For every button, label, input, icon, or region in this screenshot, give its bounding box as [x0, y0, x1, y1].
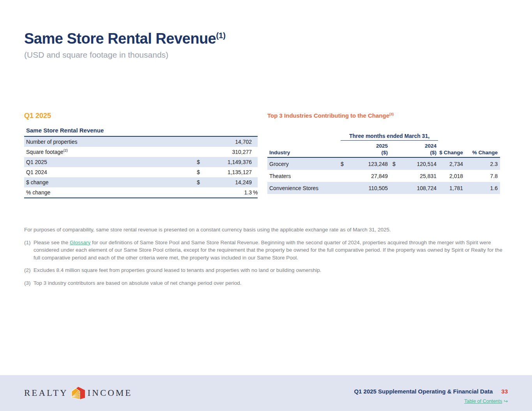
row-label-text: Square footage [26, 149, 64, 155]
row-value-group: 310,277 [197, 149, 252, 155]
table-row: Number of properties 14,702 [24, 137, 258, 147]
col-header-industry: Industry [269, 149, 341, 156]
period-span-header-row: Three months ended March 31, [267, 133, 500, 141]
value-2025: 123,248 [368, 161, 388, 167]
row-value: 1,135,127 [228, 169, 252, 175]
row-value: 1,149,376 [228, 159, 252, 165]
document-title-line: Q1 2025 Supplemental Operating & Financi… [354, 388, 508, 395]
industry-name: Grocery [269, 161, 341, 167]
footnote-text: Excludes 8.4 million square feet from pr… [34, 266, 509, 274]
footer-right-block: Q1 2025 Supplemental Operating & Financi… [354, 388, 508, 404]
col-header-2025-unit: ($) [341, 149, 388, 156]
toc-arrow-icon: ↪ [504, 399, 508, 404]
row-value-group: 1.3 [197, 189, 252, 196]
industries-heading-text: Top 3 Industries Contributing to the Cha… [267, 112, 389, 119]
footnotes-section: For purposes of comparability, same stor… [24, 226, 509, 287]
percent-change-value: 2.3 [463, 161, 498, 167]
industries-heading-footnote-ref: (3) [389, 112, 394, 116]
table-row: Theaters 27,849 25,831 2,018 7.8 [267, 170, 500, 182]
page-title-text: Same Store Rental Revenue [24, 30, 216, 47]
logo-house-icon [71, 386, 85, 400]
logo-word-income: INCOME [88, 388, 133, 398]
currency-symbol: $ [197, 159, 200, 165]
table-row: Convenience Stores 110,505 108,724 1,781… [267, 182, 500, 194]
document-title: Q1 2025 Supplemental Operating & Financi… [354, 388, 493, 395]
col-header-dollar-change: $ Change [437, 149, 463, 156]
dollar-change-value: 2,018 [437, 173, 463, 179]
page-title-footnote-ref: (1) [216, 31, 225, 40]
footnote-3: (3) Top 3 industry contributors are base… [24, 279, 509, 287]
row-value: 14,249 [235, 179, 252, 185]
row-label: % change [26, 189, 197, 196]
industries-table-header: Three months ended March 31, Industry 20… [267, 133, 500, 158]
realty-income-logo: REALTY INCOME [24, 386, 132, 400]
table-row: % change 1.3 % [24, 187, 258, 198]
value-2024-cell: $120,514 [388, 161, 437, 167]
dollar-change-value: 1,781 [437, 185, 463, 191]
footnote-text-post: for our definitions of Same Store Pool a… [34, 240, 502, 261]
value-2025: 110,505 [368, 185, 388, 191]
column-header-row: Industry 2025 ($) 2024 ($) $ Change % Ch… [267, 141, 500, 157]
footnote-2: (2) Excludes 8.4 million square feet fro… [24, 266, 509, 274]
currency-symbol: $ [392, 161, 396, 167]
value-2025: 27,849 [371, 173, 388, 179]
industry-name: Convenience Stores [269, 185, 341, 191]
page-title: Same Store Rental Revenue(1) [24, 30, 225, 48]
row-value: 14,702 [235, 139, 252, 145]
industries-table-body: Grocery $123,248 $120,514 2,734 2.3 Thea… [267, 158, 500, 194]
table-row: $ change $14,249 [24, 177, 258, 187]
table-row: Square footage(2) 310,277 [24, 147, 258, 157]
page-footer: REALTY INCOME Q1 2025 Supplemental Opera… [0, 375, 532, 411]
row-footnote-ref: (2) [64, 148, 68, 152]
value-2024-cell: 108,724 [388, 185, 437, 191]
row-label: Square footage(2) [26, 149, 197, 155]
comparability-note: For purposes of comparability, same stor… [24, 226, 509, 234]
industry-name: Theaters [269, 173, 341, 179]
row-label: Q1 2024 [26, 169, 197, 175]
summary-table-title: Same Store Rental Revenue [24, 127, 258, 137]
row-value-group: 14,702 [197, 139, 252, 145]
quarter-heading: Q1 2025 [24, 112, 258, 120]
dollar-change-value: 2,734 [437, 161, 463, 167]
top-industries-panel: Top 3 Industries Contributing to the Cha… [267, 112, 500, 194]
row-label: Q1 2025 [26, 159, 197, 165]
table-row: Q1 2024 $1,135,127 [24, 167, 258, 177]
row-value-group: $1,149,376 [197, 159, 252, 165]
table-row: Grocery $123,248 $120,514 2,734 2.3 [267, 158, 500, 170]
footnote-text-pre: Please see the [34, 240, 70, 245]
value-2024: 25,831 [420, 173, 437, 179]
value-2024-cell: 25,831 [388, 173, 437, 179]
footnote-marker: (2) [24, 266, 34, 274]
row-label: Number of properties [26, 139, 197, 145]
col-header-2025-year: 2025 [341, 143, 388, 149]
table-of-contents-link[interactable]: Table of Contents [464, 399, 502, 404]
summary-table: Number of properties 14,702 Square foota… [24, 137, 258, 198]
row-value: 310,277 [232, 149, 252, 155]
footnote-1: (1) Please see the Glossary for our defi… [24, 239, 509, 262]
percent-change-value: 7.8 [463, 173, 498, 179]
row-suffix: % [252, 189, 258, 196]
col-header-2024-unit: ($) [388, 149, 437, 156]
value-2025-cell: $123,248 [341, 161, 388, 167]
row-value-group: $1,135,127 [197, 169, 252, 175]
value-2025-cell: 27,849 [341, 173, 388, 179]
report-page: Same Store Rental Revenue(1) (USD and sq… [0, 0, 532, 411]
currency-symbol: $ [197, 179, 200, 185]
percent-change-value: 1.6 [463, 185, 498, 191]
value-2024: 120,514 [417, 161, 437, 167]
same-store-summary-panel: Q1 2025 Same Store Rental Revenue Number… [24, 112, 258, 198]
footnote-text: Please see the Glossary for our definiti… [34, 239, 509, 262]
page-subtitle: (USD and square footage in thousands) [24, 50, 225, 60]
row-label: $ change [26, 179, 197, 185]
currency-symbol: $ [197, 169, 200, 175]
glossary-link[interactable]: Glossary [70, 240, 90, 245]
footnote-text: Top 3 industry contributors are based on… [34, 279, 509, 287]
footnote-marker: (3) [24, 279, 34, 287]
industries-heading: Top 3 Industries Contributing to the Cha… [267, 112, 500, 119]
col-header-percent-change: % Change [463, 149, 498, 156]
row-value-group: $14,249 [197, 179, 252, 185]
col-header-2024: 2024 ($) [388, 143, 437, 156]
value-2024: 108,724 [417, 185, 437, 191]
currency-symbol: $ [341, 161, 344, 167]
col-header-2025: 2025 ($) [341, 143, 388, 156]
